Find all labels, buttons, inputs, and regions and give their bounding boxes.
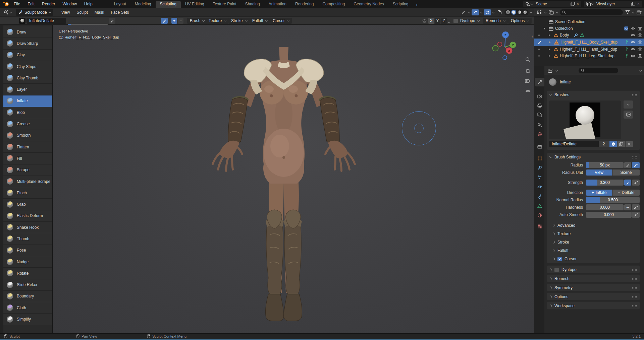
toolbar-gutter[interactable] xyxy=(0,25,3,333)
tool-multiplane-scrape[interactable]: Multi-plane Scrape xyxy=(3,176,52,187)
tab-modeling[interactable]: Modeling xyxy=(130,1,156,8)
shading-material-icon[interactable] xyxy=(517,10,522,15)
properties-type-chevron[interactable] xyxy=(555,69,558,71)
gizmo-axis-y-neg[interactable] xyxy=(493,46,498,51)
menu-render[interactable]: Render xyxy=(38,0,59,8)
remove-brush-button[interactable]: − xyxy=(178,18,183,24)
tab-texture[interactable] xyxy=(535,222,544,231)
brush-name-field[interactable]: Inflate/Deflate xyxy=(26,18,66,24)
new-view-layer-icon[interactable] xyxy=(631,1,636,6)
region-collapse-arrow[interactable]: ‹ xyxy=(532,33,533,39)
camera-visibility-icon[interactable] xyxy=(638,33,642,37)
shading-solid-icon[interactable] xyxy=(511,10,516,15)
tab-object[interactable] xyxy=(535,154,544,163)
tab-compositing[interactable]: Compositing xyxy=(318,1,349,8)
hide-eye-icon[interactable] xyxy=(631,54,635,58)
direction-deflate-button[interactable]: −Deflate xyxy=(612,190,640,196)
camera-visibility-icon[interactable] xyxy=(638,26,642,30)
dyntopo-checkbox[interactable] xyxy=(453,19,458,23)
symmetry-panel[interactable]: Symmetry xyxy=(547,283,640,291)
brush-select-chevron-button[interactable] xyxy=(624,100,633,109)
tab-rendering[interactable]: Rendering xyxy=(291,1,318,8)
tab-output[interactable] xyxy=(535,101,544,110)
gizmo-axis-x[interactable]: X xyxy=(506,48,513,54)
shading-chevron[interactable] xyxy=(530,10,532,13)
gizmo-axis-x-neg[interactable] xyxy=(498,42,502,47)
brush-preview-box[interactable] xyxy=(549,100,621,139)
camera-visibility-icon[interactable] xyxy=(638,54,642,58)
menu-edit[interactable]: Edit xyxy=(24,0,38,8)
tool-scrape[interactable]: Scrape xyxy=(3,164,52,176)
texture-dropdown[interactable]: Texture xyxy=(206,18,229,24)
outliner-row-body[interactable]: Body xyxy=(534,32,644,39)
viewport-3d[interactable]: User Perspective (1) Highelf_F_H11_Body_… xyxy=(53,25,534,333)
radius-pressure-icon[interactable] xyxy=(109,18,115,24)
expand-arrow-icon[interactable] xyxy=(549,41,551,43)
funnel-chevron[interactable] xyxy=(632,10,635,13)
tab-render[interactable] xyxy=(535,92,544,100)
gizmo-axis-y[interactable]: Y xyxy=(510,42,516,48)
brush-thumbnail-button[interactable] xyxy=(19,18,25,24)
strength-animate-icon[interactable] xyxy=(624,180,631,186)
tool-smooth[interactable]: Smooth xyxy=(3,130,52,141)
menu-help[interactable]: Help xyxy=(80,0,96,8)
remesh-dropdown[interactable]: Remesh xyxy=(483,18,508,24)
tool-rotate[interactable]: Rotate xyxy=(3,268,52,279)
snapping-chevron[interactable] xyxy=(492,10,495,13)
panel-grip[interactable] xyxy=(632,296,637,298)
subpanel-advanced[interactable]: Advanced xyxy=(553,223,575,228)
strength-pressure-icon[interactable] xyxy=(161,18,168,24)
tool-simplify[interactable]: Simplify xyxy=(3,314,52,325)
add-brush-button[interactable]: + xyxy=(171,18,177,24)
stroke-dropdown[interactable]: Stroke xyxy=(228,18,250,24)
tab-view-layer[interactable] xyxy=(535,111,544,119)
menu-face-sets[interactable]: Face Sets xyxy=(108,10,132,15)
cursor-dropdown[interactable]: Cursor xyxy=(270,18,292,24)
outliner-row-collection[interactable]: Collection xyxy=(534,25,644,32)
tool-cloth[interactable]: Cloth xyxy=(3,302,52,314)
unlink-scene-icon[interactable]: × xyxy=(576,2,580,6)
panel-grip[interactable] xyxy=(632,278,637,280)
radius-unit-view-button[interactable]: View xyxy=(586,169,612,176)
proportional-chevron[interactable] xyxy=(480,10,483,13)
brush-name-field[interactable]: Inflate/Deflate xyxy=(549,141,599,147)
auto-smooth-slider[interactable]: 0.000 xyxy=(586,212,632,218)
panel-grip[interactable] xyxy=(632,269,637,271)
tab-sculpting[interactable]: Sculpting xyxy=(156,1,181,8)
tool-pose[interactable]: Pose xyxy=(3,245,52,256)
collection-checkbox[interactable] xyxy=(624,26,628,30)
blender-logo[interactable] xyxy=(2,1,10,7)
auto-smooth-pressure-icon[interactable] xyxy=(632,212,640,218)
menu-window[interactable]: Window xyxy=(59,0,80,8)
tool-draw[interactable]: Draw xyxy=(3,26,52,38)
tool-clay[interactable]: Clay xyxy=(3,50,52,61)
tool-grab[interactable]: Grab xyxy=(3,199,52,210)
camera-visibility-icon[interactable] xyxy=(638,47,642,51)
properties-options-chevron[interactable] xyxy=(639,69,642,71)
brush-users-count[interactable]: 2 xyxy=(599,141,609,147)
falloff-dropdown[interactable]: Falloff xyxy=(250,18,270,24)
strength-pressure-icon[interactable] xyxy=(632,180,640,186)
tab-texture-paint[interactable]: Texture Paint xyxy=(209,1,241,8)
shading-rendered-icon[interactable] xyxy=(523,10,528,15)
navigation-gizmo[interactable]: Z Y X xyxy=(491,27,518,62)
zoom-icon[interactable] xyxy=(525,57,531,62)
brush-settings-header[interactable]: Brush Settings xyxy=(547,153,640,161)
tab-collection-props[interactable] xyxy=(535,142,544,151)
brush-dropdown[interactable]: Brush xyxy=(187,18,207,24)
outliner-row-scene-collection[interactable]: Scene Collection xyxy=(534,18,644,25)
direction-inflate-button[interactable]: +Inflate xyxy=(586,190,612,196)
subpanel-cursor[interactable]: Cursor xyxy=(553,257,577,261)
radius-slider[interactable]: 50 px xyxy=(586,162,624,168)
camera-view-icon[interactable] xyxy=(525,78,531,83)
tool-clay-thumb[interactable]: Clay Thumb xyxy=(3,72,52,84)
mirror-y-button[interactable]: Y xyxy=(435,18,440,24)
mode-selector[interactable]: Sculpt Mode xyxy=(16,9,53,16)
scene-icon[interactable] xyxy=(525,1,531,7)
radius-unit-scene-button[interactable]: Scene xyxy=(612,169,640,176)
tool-boundary[interactable]: Boundary xyxy=(3,291,52,302)
expand-arrow-icon[interactable] xyxy=(549,34,550,36)
brushes-panel-header[interactable]: Brushes xyxy=(547,91,640,99)
tool-slide-relax[interactable]: Slide Relax xyxy=(3,279,52,291)
subpanel-stroke[interactable]: Stroke xyxy=(553,240,569,245)
